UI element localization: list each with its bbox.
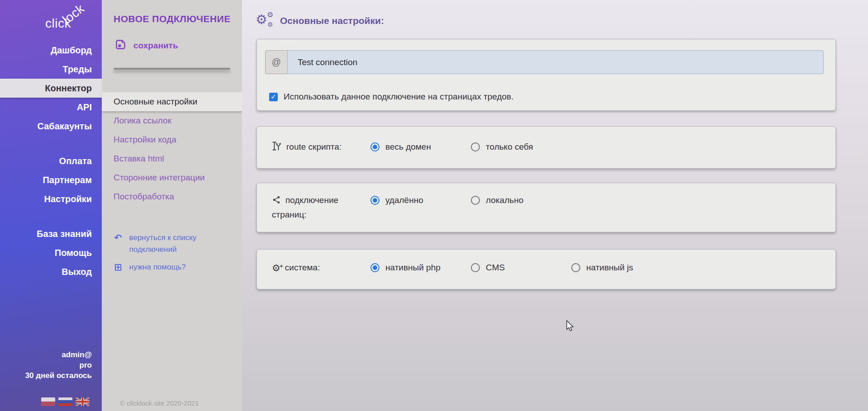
help-box-plus-icon: ⊞ [114,261,122,273]
menu-item-html-insert[interactable]: Вставка html [102,149,242,168]
connection-name-row: @ [265,50,824,74]
radio-unselected-icon[interactable] [571,263,580,272]
user-days-left: 30 дней осталось [25,370,92,381]
sidebar-item-help[interactable]: Помощь [0,243,102,262]
sidebar-item-logout[interactable]: Выход [0,262,102,281]
copyright-footer: © clicklock.site 2020-2021 [120,399,199,407]
connection-name-card: @ Использовать данное подключение на стр… [256,39,836,111]
checkbox-label: Использовать данное подключение на стран… [284,92,513,102]
uk-flag-icon[interactable] [76,397,90,406]
radio-label: локально [486,195,523,205]
panel-links: ↶ вернуться к списку подключений ⊞ нужна… [114,232,227,279]
clicklock-logo[interactable]: click lock [45,5,100,33]
save-button-label: сохранить [133,41,178,51]
system-label: ⚙+система: [272,261,370,274]
sidebar-item-payment[interactable]: Оплата [0,151,102,170]
menu-item-postprocessing[interactable]: Постобработка [102,187,242,206]
sidebar-item-subaccounts[interactable]: Сабакаунты [0,117,102,136]
radio-unselected-icon[interactable] [471,142,480,151]
panel-title: НОВОЕ ПОДКЛЮЧЕНИЕ [114,14,231,24]
radio-unselected-icon[interactable] [471,263,480,272]
sidebar-item-threads[interactable]: Треды [0,60,102,79]
radio-label: весь домен [385,142,431,152]
page-connection-label: подключение страниц: [272,194,370,221]
radio-label: только себя [486,142,533,152]
page-connection-row: подключение страниц: удалённо локально [257,183,835,221]
sidebar-item-settings[interactable]: Настройки [0,189,102,208]
nav-group-gap [0,208,102,224]
menu-item-third-party-integrations[interactable]: Сторонние интеграции [102,168,242,187]
russia-flag-icon[interactable] [58,397,72,406]
script-route-card: route скрипта: весь домен только себя [256,126,836,169]
radio-label: нативный js [586,263,633,273]
checkbox-checked-icon[interactable] [269,93,278,101]
radio-option-native-php[interactable]: нативный php [370,261,471,274]
sidebar-item-api[interactable]: API [0,98,102,117]
menu-item-code-settings[interactable]: Настройки кода [102,130,242,149]
gears-icon: ⚙ ⚙ ⚙ [256,13,275,29]
page-title-row: ⚙ ⚙ ⚙ Основные настройки: [256,13,384,29]
poland-flag-icon[interactable] [41,397,55,406]
use-on-threads-option[interactable]: Использовать данное подключение на стран… [269,92,513,102]
radio-unselected-icon[interactable] [471,196,480,205]
sidebar-nav: Дашборд Треды Коннектор API Сабакаунты О… [0,41,102,281]
system-row: ⚙+система: нативный php CMS нативный js [257,250,835,274]
route-icon [272,141,282,155]
user-plan: pro [25,360,92,370]
sidebar-item-knowledge-base[interactable]: База знаний [0,224,102,243]
radio-option-remote[interactable]: удалённо [370,194,471,207]
need-help-link[interactable]: ⊞ нужна помощь? [114,261,227,273]
menu-item-link-logic[interactable]: Логика ссылок [102,111,242,130]
save-icon [114,38,127,53]
radio-option-local[interactable]: локально [471,194,571,207]
radio-selected-icon[interactable] [370,142,379,151]
radio-option-whole-domain[interactable]: весь домен [370,141,471,153]
save-button[interactable]: сохранить [114,38,178,53]
connection-panel: НОВОЕ ПОДКЛЮЧЕНИЕ сохранить Основные нас… [102,0,242,411]
connection-name-input[interactable] [287,50,824,74]
radio-selected-icon[interactable] [370,263,379,272]
radio-selected-icon[interactable] [370,196,379,205]
radio-label: нативный php [385,263,441,273]
radio-option-cms[interactable]: CMS [471,261,571,274]
nav-group-gap [0,136,102,151]
sidebar-item-connector[interactable]: Коннектор [0,79,102,98]
script-route-label: route скрипта: [272,141,370,155]
back-to-connections-link[interactable]: ↶ вернуться к списку подключений [114,232,227,255]
system-card: ⚙+система: нативный php CMS нативный js [256,249,836,289]
section-divider [114,68,230,70]
sidebar: click lock Дашборд Треды Коннектор API С… [0,0,102,411]
user-info: admin@ pro 30 дней осталось [25,350,92,381]
radio-label: удалённо [385,195,423,205]
user-name: admin@ [25,350,92,360]
share-icon [272,195,281,208]
page-title: Основные настройки: [280,15,384,26]
back-link-label: вернуться к списку подключений [129,232,213,255]
radio-option-only-self[interactable]: только себя [471,141,571,153]
radio-option-native-js[interactable]: нативный js [571,261,672,274]
sidebar-item-dashboard[interactable]: Дашборд [0,41,102,60]
language-switcher [41,397,90,406]
gear-sparkle-icon: ⚙+ [272,263,280,274]
help-link-label: нужна помощь? [129,261,213,273]
at-sign-icon: @ [265,50,287,74]
page-connection-card: подключение страниц: удалённо локально [256,183,836,232]
menu-item-basic-settings[interactable]: Основные настройки [102,92,242,111]
main-content: ⚙ ⚙ ⚙ Основные настройки: @ Использовать… [242,0,868,411]
connection-settings-menu: Основные настройки Логика ссылок Настрой… [102,92,242,206]
radio-label: CMS [486,263,505,273]
script-route-row: route скрипта: весь домен только себя [257,127,835,155]
sidebar-item-partners[interactable]: Партнерам [0,170,102,189]
undo-arrow-icon: ↶ [114,232,122,255]
